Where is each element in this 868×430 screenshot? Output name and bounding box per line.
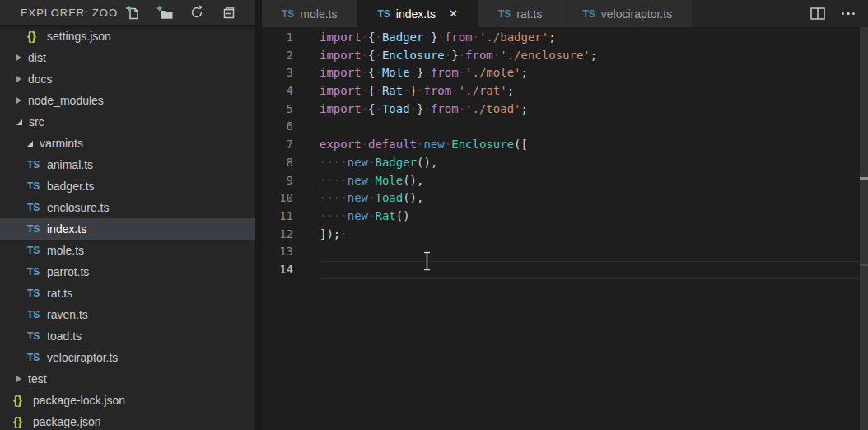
code-line-9: 9····new·Mole(),	[262, 172, 860, 190]
tree-item-enclosure.ts[interactable]: TSenclosure.ts	[0, 197, 255, 218]
ts-file-icon: TS	[27, 330, 44, 342]
new-file-icon[interactable]	[124, 4, 141, 21]
refresh-icon[interactable]	[189, 4, 205, 21]
tree-item-index.ts[interactable]: TSindex.ts	[0, 218, 255, 240]
ts-file-icon: TS	[27, 309, 44, 320]
code-text: import·{·Toad·}·from·'./toad';	[320, 100, 860, 119]
json-file-icon: {}	[13, 394, 30, 407]
code-line-3: 3import·{·Mole·}·from·'./mole';	[262, 64, 860, 82]
tab-bar: TSmole.tsTSindex.ts✕TSrat.tsTSvelocirapt…	[262, 0, 868, 27]
tree-item-velociraptor.ts[interactable]: TSvelociraptor.ts	[0, 347, 255, 368]
code-text	[320, 243, 860, 261]
chevron-collapsed-icon	[16, 376, 21, 382]
close-icon[interactable]: ✕	[449, 8, 458, 19]
tree-item-animal.ts[interactable]: TSanimal.ts	[0, 154, 255, 175]
editor-scrollbar[interactable]	[860, 27, 868, 430]
tab-rat.ts[interactable]: TSrat.ts	[478, 0, 562, 27]
code-line-10: 10····new·Toad(),	[262, 189, 860, 208]
explorer-title: EXPLORER: ZOO	[0, 7, 118, 19]
code-text: ····new·Mole(),	[320, 172, 860, 190]
tree-item-docs[interactable]: docs	[0, 68, 255, 90]
code-line-6: 6	[262, 118, 860, 136]
overview-ruler-cursor-mark	[860, 264, 868, 266]
tree-item-label: docs	[28, 72, 53, 86]
sidebar-editor-divider[interactable]	[255, 0, 262, 430]
tab-mole.ts[interactable]: TSmole.ts	[262, 0, 357, 27]
tree-item-rat.ts[interactable]: TSrat.ts	[0, 283, 255, 304]
line-number: 2	[262, 47, 320, 65]
code-editor[interactable]: 1import·{·Badger·}·from·'./badger';2impo…	[262, 27, 860, 430]
tree-item-label: badger.ts	[47, 180, 95, 193]
tree-item-test[interactable]: test	[0, 368, 255, 390]
line-number: 6	[262, 118, 320, 136]
tab-label: index.ts	[396, 7, 436, 21]
ts-file-icon: TS	[377, 8, 390, 20]
line-number: 13	[262, 243, 320, 261]
line-number: 10	[262, 189, 320, 208]
tree-item-parrot.ts[interactable]: TSparrot.ts	[0, 261, 255, 283]
collapse-folders-icon[interactable]	[221, 4, 237, 21]
tab-velociraptor.ts[interactable]: TSvelociraptor.ts	[562, 0, 693, 27]
chevron-expanded-icon	[16, 119, 22, 125]
editor-actions	[804, 0, 868, 27]
code-line-8: 8····new·Badger(),	[262, 154, 860, 172]
tree-item-node_modules[interactable]: node_modules	[0, 90, 255, 111]
tree-item-settings.json[interactable]: {}settings.json	[0, 26, 255, 47]
overview-ruler-mark	[860, 177, 868, 180]
chevron-collapsed-icon	[16, 76, 21, 82]
tree-item-label: node_modules	[28, 94, 104, 107]
tree-item-mole.ts[interactable]: TSmole.ts	[0, 240, 255, 261]
code-text: import·{·Mole·}·from·'./mole';	[320, 64, 860, 82]
code-text	[320, 261, 860, 279]
tree-item-label: rat.ts	[47, 287, 72, 300]
explorer-header: EXPLORER: ZOO	[0, 0, 255, 25]
code-line-5: 5import·{·Toad·}·from·'./toad';	[262, 100, 860, 119]
ts-file-icon: TS	[498, 8, 511, 20]
code-text: export·default·new·Enclosure([	[320, 136, 860, 154]
tree-item-label: toad.ts	[47, 330, 82, 343]
tree-item-label: test	[28, 372, 47, 386]
explorer-actions	[124, 4, 255, 21]
line-number: 3	[262, 64, 320, 82]
tree-item-badger.ts[interactable]: TSbadger.ts	[0, 175, 255, 197]
code-text: ]);·	[320, 226, 860, 244]
line-number: 14	[262, 261, 320, 279]
tree-item-label: animal.ts	[47, 158, 93, 171]
tree-item-toad.ts[interactable]: TStoad.ts	[0, 325, 255, 347]
tree-item-label: index.ts	[47, 222, 86, 236]
tree-item-label: package.json	[33, 415, 101, 428]
tabbar-spacer	[693, 0, 803, 27]
tree-item-package-lock.json[interactable]: {}package-lock.json	[0, 390, 255, 411]
tree-item-package.json[interactable]: {}package.json	[0, 411, 255, 430]
code-text: import·{·Badger·}·from·'./badger';	[320, 29, 860, 47]
code-line-12: 12]);·	[262, 226, 860, 244]
ts-file-icon: TS	[27, 180, 44, 192]
tree-item-label: package-lock.json	[33, 394, 125, 407]
tree-item-raven.ts[interactable]: TSraven.ts	[0, 304, 255, 325]
tab-label: velociraptor.ts	[601, 7, 672, 21]
editor-group: TSmole.tsTSindex.ts✕TSrat.tsTSvelocirapt…	[262, 0, 868, 430]
tree-item-label: src	[29, 115, 44, 129]
vscode-window: EXPLORER: ZOO	[0, 0, 868, 430]
code-line-2: 2import·{·Enclosure·}·from·'./enclosure'…	[262, 47, 860, 65]
code-text: ····new·Rat()	[320, 208, 860, 226]
tab-label: mole.ts	[300, 7, 337, 21]
ts-file-icon: TS	[27, 266, 44, 278]
line-number: 1	[262, 29, 320, 47]
code-text	[320, 118, 860, 136]
editor-pane: 1import·{·Badger·}·from·'./badger';2impo…	[262, 27, 868, 430]
tab-index.ts[interactable]: TSindex.ts✕	[357, 0, 478, 27]
line-number: 5	[262, 100, 320, 119]
new-folder-icon[interactable]	[156, 4, 173, 21]
tree-item-varmints[interactable]: varmints	[0, 133, 255, 154]
line-number: 7	[262, 136, 320, 154]
tree-item-dist[interactable]: dist	[0, 47, 255, 68]
more-actions-icon[interactable]	[842, 12, 856, 16]
ts-file-icon: TS	[27, 159, 44, 171]
code-text: import·{·Enclosure·}·from·'./enclosure';	[320, 47, 860, 65]
tree-item-src[interactable]: src	[0, 111, 255, 133]
split-editor-icon[interactable]	[810, 7, 825, 20]
json-file-icon: {}	[13, 415, 30, 428]
tab-label: rat.ts	[516, 7, 542, 21]
code-line-1: 1import·{·Badger·}·from·'./badger';	[262, 29, 860, 47]
